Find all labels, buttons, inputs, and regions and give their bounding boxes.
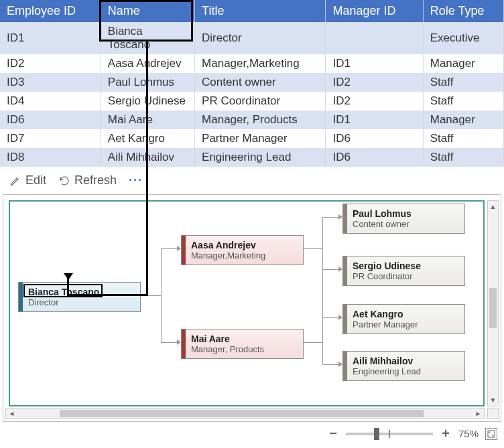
- table-cell[interactable]: Partner Manager: [195, 129, 326, 148]
- col-title[interactable]: Title: [195, 0, 326, 22]
- org-connector: [161, 248, 162, 342]
- org-card-staff[interactable]: Aet Kangro Partner Manager: [342, 304, 465, 334]
- card-stripe: [343, 305, 347, 333]
- org-connector: [302, 342, 322, 343]
- card-title: Partner Manager: [353, 319, 458, 329]
- table-row[interactable]: ID8Aili MihhailovEngineering LeadID6Staf…: [0, 148, 504, 167]
- col-role-type[interactable]: Role Type: [423, 0, 503, 22]
- scroll-right-icon[interactable]: ►: [472, 408, 484, 419]
- horizontal-scrollbar[interactable]: ◄ ►: [5, 408, 485, 419]
- scroll-corner: [487, 408, 499, 419]
- org-connector: [322, 217, 323, 364]
- scroll-thumb[interactable]: [489, 288, 497, 328]
- edit-label: Edit: [25, 173, 46, 188]
- card-name: Aet Kangro: [353, 309, 458, 319]
- card-stripe: [343, 204, 347, 233]
- table-cell[interactable]: Staff: [423, 92, 503, 110]
- org-connector: [302, 248, 322, 249]
- table-row[interactable]: ID4Sergio UdinesePR CoordinatorID2Staff: [0, 92, 504, 110]
- table-cell[interactable]: Director: [195, 22, 326, 54]
- table-cell[interactable]: Executive: [423, 22, 503, 54]
- table-cell[interactable]: ID8: [0, 148, 101, 167]
- card-stripe: [182, 329, 186, 358]
- scroll-up-icon[interactable]: ▲: [488, 201, 498, 212]
- table-cell[interactable]: ID2: [326, 73, 423, 92]
- org-card-staff[interactable]: Aili Mihhailov Engineering Lead: [342, 351, 465, 381]
- org-connector: [322, 217, 338, 218]
- org-card-staff[interactable]: Paul Lohmus Content owner: [342, 204, 465, 234]
- table-cell[interactable]: ID1: [326, 110, 423, 129]
- card-stripe: [343, 256, 347, 285]
- diagram-page: .ah{position:absolute;width:0;height:0;b…: [9, 200, 485, 406]
- refresh-icon: [58, 175, 70, 187]
- card-name: Aasa Andrejev: [191, 240, 296, 250]
- zoom-midpoint: [389, 430, 390, 438]
- table-cell[interactable]: Manager, Products: [195, 110, 326, 129]
- col-employee-id[interactable]: Employee ID: [0, 0, 101, 22]
- table-cell[interactable]: ID7: [0, 129, 101, 148]
- card-title: Director: [28, 297, 133, 307]
- org-connector: [161, 342, 177, 343]
- table-cell[interactable]: ID3: [0, 73, 101, 92]
- table-cell[interactable]: [326, 22, 423, 54]
- refresh-button[interactable]: Refresh: [58, 173, 117, 188]
- scroll-left-icon[interactable]: ◄: [6, 408, 17, 419]
- col-name[interactable]: Name: [101, 0, 194, 22]
- table-cell[interactable]: ID2: [326, 92, 423, 110]
- table-cell[interactable]: ID6: [326, 148, 423, 167]
- table-cell[interactable]: Engineering Lead: [195, 148, 326, 167]
- table-cell[interactable]: ID6: [326, 129, 423, 148]
- scroll-thumb[interactable]: [60, 410, 424, 417]
- card-title: PR Coordinator: [353, 271, 458, 281]
- more-button[interactable]: ···: [129, 173, 143, 188]
- org-connector: [161, 248, 177, 249]
- table-cell[interactable]: Manager,Marketing: [195, 54, 326, 73]
- table-cell[interactable]: Manager: [423, 54, 503, 73]
- org-connector: [322, 364, 338, 365]
- table-cell[interactable]: ID1: [326, 54, 423, 73]
- card-name: Sergio Udinese: [353, 260, 458, 271]
- fit-to-window-button[interactable]: [485, 428, 497, 440]
- zoom-thumb[interactable]: [374, 428, 379, 440]
- vertical-scrollbar[interactable]: ▲ ▼: [487, 200, 499, 406]
- table-cell[interactable]: ID2: [0, 54, 101, 73]
- table-cell[interactable]: Staff: [423, 129, 503, 148]
- zoom-value: 75%: [458, 428, 479, 439]
- arrow-down-icon: [64, 273, 73, 280]
- table-row[interactable]: ID6Mai AareManager, ProductsID1Manager: [0, 110, 504, 129]
- zoom-bar: − + 75%: [0, 422, 504, 445]
- table-row[interactable]: ID1Bianca ToscanoDirectorExecutive: [0, 22, 504, 54]
- table-cell[interactable]: Staff: [423, 148, 503, 167]
- col-manager-id[interactable]: Manager ID: [326, 0, 423, 22]
- table-cell[interactable]: Content owner: [195, 73, 326, 92]
- svg-rect-0: [488, 431, 495, 437]
- card-stripe: [182, 236, 186, 265]
- card-title: Engineering Lead: [353, 366, 458, 376]
- zoom-in-button[interactable]: +: [440, 426, 452, 441]
- table-row[interactable]: ID3Paul LohmusContent ownerID2Staff: [0, 73, 504, 92]
- scroll-down-icon[interactable]: ▼: [488, 394, 498, 406]
- zoom-out-button[interactable]: −: [327, 426, 339, 441]
- org-connector: [322, 269, 338, 270]
- table-row[interactable]: ID7Aet KangroPartner ManagerID6Staff: [0, 129, 504, 148]
- org-card-staff[interactable]: Sergio Udinese PR Coordinator: [342, 256, 465, 286]
- card-name: Mai Aare: [191, 333, 296, 344]
- table-cell[interactable]: Staff: [423, 73, 503, 92]
- edit-button[interactable]: Edit: [9, 173, 46, 188]
- table-cell[interactable]: ID4: [0, 92, 101, 110]
- diagram-canvas[interactable]: .ah{position:absolute;width:0;height:0;b…: [3, 194, 501, 422]
- org-card-manager[interactable]: Mai Aare Manager, Products: [181, 329, 304, 359]
- connector-line: [67, 294, 148, 296]
- card-title: Manager, Products: [191, 344, 296, 354]
- table-cell[interactable]: ID1: [0, 22, 101, 54]
- card-name: Aili Mihhailov: [353, 356, 458, 366]
- connector-line: [146, 42, 148, 296]
- table-row[interactable]: ID2Aasa AndrejevManager,MarketingID1Mana…: [0, 54, 504, 73]
- table-cell[interactable]: Manager: [423, 110, 503, 129]
- table-cell[interactable]: ID6: [0, 110, 101, 129]
- table-cell[interactable]: PR Coordinator: [195, 92, 326, 110]
- refresh-label: Refresh: [74, 173, 117, 188]
- card-stripe: [343, 352, 347, 380]
- org-card-manager[interactable]: Aasa Andrejev Manager,Marketing: [181, 235, 304, 265]
- zoom-slider[interactable]: [346, 433, 433, 435]
